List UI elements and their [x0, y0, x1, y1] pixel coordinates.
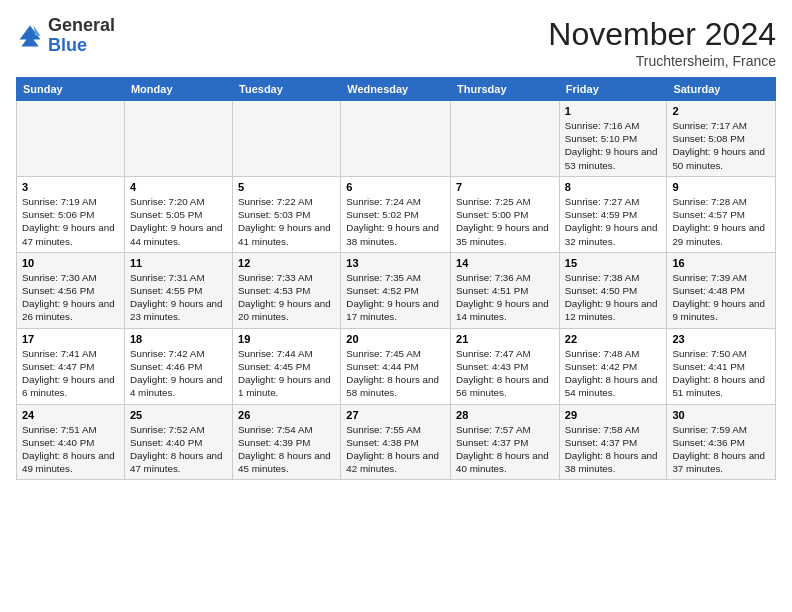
- day-info: Sunrise: 7:41 AM Sunset: 4:47 PM Dayligh…: [22, 347, 119, 400]
- day-cell: 1Sunrise: 7:16 AM Sunset: 5:10 PM Daylig…: [559, 101, 667, 177]
- day-info: Sunrise: 7:59 AM Sunset: 4:36 PM Dayligh…: [672, 423, 770, 476]
- logo-general-text: General: [48, 15, 115, 35]
- day-cell: [451, 101, 560, 177]
- day-number: 19: [238, 333, 335, 345]
- day-cell: [124, 101, 232, 177]
- day-number: 29: [565, 409, 662, 421]
- day-cell: 3Sunrise: 7:19 AM Sunset: 5:06 PM Daylig…: [17, 176, 125, 252]
- day-number: 16: [672, 257, 770, 269]
- day-cell: 30Sunrise: 7:59 AM Sunset: 4:36 PM Dayli…: [667, 404, 776, 480]
- day-info: Sunrise: 7:58 AM Sunset: 4:37 PM Dayligh…: [565, 423, 662, 476]
- day-info: Sunrise: 7:51 AM Sunset: 4:40 PM Dayligh…: [22, 423, 119, 476]
- day-number: 9: [672, 181, 770, 193]
- day-number: 18: [130, 333, 227, 345]
- day-info: Sunrise: 7:42 AM Sunset: 4:46 PM Dayligh…: [130, 347, 227, 400]
- col-wednesday: Wednesday: [341, 78, 451, 101]
- day-cell: 8Sunrise: 7:27 AM Sunset: 4:59 PM Daylig…: [559, 176, 667, 252]
- day-cell: 14Sunrise: 7:36 AM Sunset: 4:51 PM Dayli…: [451, 252, 560, 328]
- day-number: 5: [238, 181, 335, 193]
- day-info: Sunrise: 7:31 AM Sunset: 4:55 PM Dayligh…: [130, 271, 227, 324]
- day-cell: [233, 101, 341, 177]
- day-cell: 23Sunrise: 7:50 AM Sunset: 4:41 PM Dayli…: [667, 328, 776, 404]
- day-number: 8: [565, 181, 662, 193]
- day-cell: 20Sunrise: 7:45 AM Sunset: 4:44 PM Dayli…: [341, 328, 451, 404]
- day-number: 21: [456, 333, 554, 345]
- page: General Blue November 2024 Truchtersheim…: [0, 0, 792, 488]
- day-info: Sunrise: 7:19 AM Sunset: 5:06 PM Dayligh…: [22, 195, 119, 248]
- day-info: Sunrise: 7:35 AM Sunset: 4:52 PM Dayligh…: [346, 271, 445, 324]
- day-cell: 25Sunrise: 7:52 AM Sunset: 4:40 PM Dayli…: [124, 404, 232, 480]
- day-info: Sunrise: 7:48 AM Sunset: 4:42 PM Dayligh…: [565, 347, 662, 400]
- day-info: Sunrise: 7:45 AM Sunset: 4:44 PM Dayligh…: [346, 347, 445, 400]
- day-info: Sunrise: 7:57 AM Sunset: 4:37 PM Dayligh…: [456, 423, 554, 476]
- day-cell: 17Sunrise: 7:41 AM Sunset: 4:47 PM Dayli…: [17, 328, 125, 404]
- week-row-1: 1Sunrise: 7:16 AM Sunset: 5:10 PM Daylig…: [17, 101, 776, 177]
- col-sunday: Sunday: [17, 78, 125, 101]
- day-info: Sunrise: 7:16 AM Sunset: 5:10 PM Dayligh…: [565, 119, 662, 172]
- day-number: 25: [130, 409, 227, 421]
- logo-blue-text: Blue: [48, 35, 87, 55]
- day-info: Sunrise: 7:24 AM Sunset: 5:02 PM Dayligh…: [346, 195, 445, 248]
- day-number: 12: [238, 257, 335, 269]
- logo-icon: [16, 22, 44, 50]
- day-info: Sunrise: 7:33 AM Sunset: 4:53 PM Dayligh…: [238, 271, 335, 324]
- day-cell: 24Sunrise: 7:51 AM Sunset: 4:40 PM Dayli…: [17, 404, 125, 480]
- day-cell: [17, 101, 125, 177]
- week-row-4: 17Sunrise: 7:41 AM Sunset: 4:47 PM Dayli…: [17, 328, 776, 404]
- day-number: 13: [346, 257, 445, 269]
- col-saturday: Saturday: [667, 78, 776, 101]
- day-cell: [341, 101, 451, 177]
- week-row-5: 24Sunrise: 7:51 AM Sunset: 4:40 PM Dayli…: [17, 404, 776, 480]
- day-number: 28: [456, 409, 554, 421]
- day-number: 27: [346, 409, 445, 421]
- week-row-2: 3Sunrise: 7:19 AM Sunset: 5:06 PM Daylig…: [17, 176, 776, 252]
- day-info: Sunrise: 7:28 AM Sunset: 4:57 PM Dayligh…: [672, 195, 770, 248]
- day-cell: 5Sunrise: 7:22 AM Sunset: 5:03 PM Daylig…: [233, 176, 341, 252]
- col-tuesday: Tuesday: [233, 78, 341, 101]
- col-monday: Monday: [124, 78, 232, 101]
- day-cell: 22Sunrise: 7:48 AM Sunset: 4:42 PM Dayli…: [559, 328, 667, 404]
- day-number: 4: [130, 181, 227, 193]
- day-info: Sunrise: 7:55 AM Sunset: 4:38 PM Dayligh…: [346, 423, 445, 476]
- day-cell: 4Sunrise: 7:20 AM Sunset: 5:05 PM Daylig…: [124, 176, 232, 252]
- day-number: 15: [565, 257, 662, 269]
- day-number: 10: [22, 257, 119, 269]
- day-cell: 9Sunrise: 7:28 AM Sunset: 4:57 PM Daylig…: [667, 176, 776, 252]
- day-info: Sunrise: 7:44 AM Sunset: 4:45 PM Dayligh…: [238, 347, 335, 400]
- day-cell: 29Sunrise: 7:58 AM Sunset: 4:37 PM Dayli…: [559, 404, 667, 480]
- day-number: 22: [565, 333, 662, 345]
- day-info: Sunrise: 7:36 AM Sunset: 4:51 PM Dayligh…: [456, 271, 554, 324]
- day-number: 3: [22, 181, 119, 193]
- day-cell: 26Sunrise: 7:54 AM Sunset: 4:39 PM Dayli…: [233, 404, 341, 480]
- day-cell: 6Sunrise: 7:24 AM Sunset: 5:02 PM Daylig…: [341, 176, 451, 252]
- col-thursday: Thursday: [451, 78, 560, 101]
- day-info: Sunrise: 7:54 AM Sunset: 4:39 PM Dayligh…: [238, 423, 335, 476]
- day-number: 17: [22, 333, 119, 345]
- day-number: 14: [456, 257, 554, 269]
- day-info: Sunrise: 7:38 AM Sunset: 4:50 PM Dayligh…: [565, 271, 662, 324]
- day-number: 6: [346, 181, 445, 193]
- day-info: Sunrise: 7:30 AM Sunset: 4:56 PM Dayligh…: [22, 271, 119, 324]
- day-info: Sunrise: 7:20 AM Sunset: 5:05 PM Dayligh…: [130, 195, 227, 248]
- day-info: Sunrise: 7:25 AM Sunset: 5:00 PM Dayligh…: [456, 195, 554, 248]
- day-cell: 16Sunrise: 7:39 AM Sunset: 4:48 PM Dayli…: [667, 252, 776, 328]
- day-info: Sunrise: 7:52 AM Sunset: 4:40 PM Dayligh…: [130, 423, 227, 476]
- day-cell: 21Sunrise: 7:47 AM Sunset: 4:43 PM Dayli…: [451, 328, 560, 404]
- calendar-table: Sunday Monday Tuesday Wednesday Thursday…: [16, 77, 776, 480]
- day-cell: 28Sunrise: 7:57 AM Sunset: 4:37 PM Dayli…: [451, 404, 560, 480]
- day-cell: 10Sunrise: 7:30 AM Sunset: 4:56 PM Dayli…: [17, 252, 125, 328]
- day-number: 26: [238, 409, 335, 421]
- day-cell: 18Sunrise: 7:42 AM Sunset: 4:46 PM Dayli…: [124, 328, 232, 404]
- week-row-3: 10Sunrise: 7:30 AM Sunset: 4:56 PM Dayli…: [17, 252, 776, 328]
- title-block: November 2024 Truchtersheim, France: [548, 16, 776, 69]
- day-info: Sunrise: 7:39 AM Sunset: 4:48 PM Dayligh…: [672, 271, 770, 324]
- day-cell: 15Sunrise: 7:38 AM Sunset: 4:50 PM Dayli…: [559, 252, 667, 328]
- day-number: 23: [672, 333, 770, 345]
- header: General Blue November 2024 Truchtersheim…: [16, 16, 776, 69]
- day-cell: 2Sunrise: 7:17 AM Sunset: 5:08 PM Daylig…: [667, 101, 776, 177]
- logo: General Blue: [16, 16, 115, 56]
- day-info: Sunrise: 7:47 AM Sunset: 4:43 PM Dayligh…: [456, 347, 554, 400]
- header-row: Sunday Monday Tuesday Wednesday Thursday…: [17, 78, 776, 101]
- day-number: 7: [456, 181, 554, 193]
- day-cell: 19Sunrise: 7:44 AM Sunset: 4:45 PM Dayli…: [233, 328, 341, 404]
